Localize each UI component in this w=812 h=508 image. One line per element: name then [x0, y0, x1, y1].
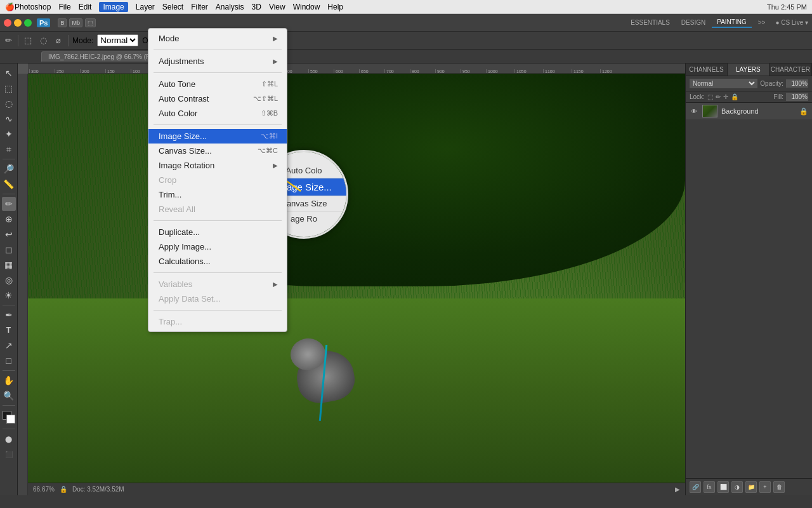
- menu-3d[interactable]: 3D: [252, 3, 261, 11]
- traffic-green[interactable]: [24, 19, 32, 27]
- blend-mode-select[interactable]: Normal: [690, 79, 757, 88]
- menu-trim[interactable]: Trim...: [148, 187, 287, 202]
- path-option: ⌀: [53, 35, 64, 46]
- dodge-tool[interactable]: ☀: [2, 288, 16, 302]
- layer-style-btn[interactable]: fx: [704, 481, 715, 493]
- path-select-tool[interactable]: ↗: [2, 338, 16, 352]
- menu-edit[interactable]: Edit: [79, 3, 92, 11]
- menu-calculations[interactable]: Calculations...: [148, 254, 287, 269]
- lasso-tool[interactable]: ∿: [2, 112, 16, 126]
- doc-tab-bar: IMG_7862.HEIC-2.jpeg @ 66.7% (RGB/8: [0, 50, 812, 64]
- menu-layer[interactable]: Layer: [136, 3, 155, 11]
- lock-move-icon[interactable]: ✛: [723, 93, 728, 100]
- menu-filter[interactable]: Filter: [191, 3, 208, 11]
- ruler-tick-250: 250: [55, 69, 80, 73]
- hand-tool[interactable]: ✋: [2, 373, 16, 387]
- background-color[interactable]: [6, 415, 15, 424]
- lock-row: Lock: ⬚ ✏ ✛ 🔒 Fill:: [686, 91, 812, 103]
- opacity-panel-input[interactable]: [786, 79, 808, 88]
- tab-character[interactable]: CHARACTER: [769, 64, 812, 76]
- traffic-red[interactable]: [4, 19, 11, 27]
- menu-select[interactable]: Select: [162, 3, 183, 11]
- left-toolbar: ↖ ⬚ ◌ ∿ ✦ ⌗ 🔎 📏 ✏ ⊕ ↩ ◻ ▦ ◎ ☀ ✒ T ↗ □ ✋ …: [0, 64, 18, 495]
- menu-analysis[interactable]: Analysis: [216, 3, 244, 11]
- menu-auto-color[interactable]: Auto Color ⇧⌘B: [148, 106, 287, 121]
- menu-adjustments[interactable]: Adjustments ▶: [148, 54, 287, 69]
- canvas-content[interactable]: Auto Colo Image Size... Canvas Size age …: [28, 74, 685, 483]
- menu-duplicate[interactable]: Duplicate...: [148, 225, 287, 239]
- zoom-tool[interactable]: 🔍: [2, 389, 16, 403]
- marquee-rect-tool[interactable]: ⬚: [2, 81, 16, 95]
- menu-section-adjustments: Adjustments ▶: [148, 51, 287, 71]
- menu-apply-image[interactable]: Apply Image...: [148, 239, 287, 254]
- ps-app-header: Ps B Mb ⬚ ESSENTIALS DESIGN PAINTING >> …: [0, 14, 812, 32]
- menu-canvas-size[interactable]: Canvas Size... ⌥⌘C: [148, 144, 287, 158]
- menu-view[interactable]: View: [269, 3, 285, 11]
- apple-menu[interactable]: 🍎: [5, 3, 15, 11]
- main-layout: ↖ ⬚ ◌ ∿ ✦ ⌗ 🔎 📏 ✏ ⊕ ↩ ◻ ▦ ◎ ☀ ✒ T ↗ □ ✋ …: [0, 64, 812, 495]
- shape-tool[interactable]: □: [2, 354, 16, 368]
- mask-btn[interactable]: ⬜: [717, 481, 729, 493]
- menu-window[interactable]: Window: [293, 3, 320, 11]
- quick-select-tool[interactable]: ✦: [2, 127, 16, 141]
- move-tool[interactable]: ↖: [2, 66, 16, 80]
- layer-visibility-icon[interactable]: 👁: [690, 107, 698, 116]
- delete-layer-btn[interactable]: 🗑: [773, 481, 785, 493]
- status-arrow[interactable]: ▶: [675, 486, 680, 493]
- tab-painting[interactable]: PAINTING: [712, 17, 751, 28]
- tab-design[interactable]: DESIGN: [676, 17, 710, 28]
- mini-icon-1: B: [58, 18, 67, 27]
- quick-mask-tool[interactable]: ⬤: [2, 432, 16, 446]
- tab-layers[interactable]: LAYERS: [728, 64, 769, 76]
- tab-more[interactable]: >>: [753, 17, 771, 28]
- menu-image-size-label: Image Size...: [159, 131, 207, 141]
- text-tool[interactable]: T: [2, 323, 16, 337]
- tab-essentials[interactable]: ESSENTIALS: [625, 17, 675, 28]
- link-layers-btn[interactable]: 🔗: [690, 481, 701, 493]
- menu-crop-label: Crop: [159, 175, 176, 185]
- canvas-area: 300 250 200 150 100 50 0 350 400 450 500…: [18, 64, 685, 495]
- lock-paint-icon[interactable]: ✏: [716, 93, 721, 100]
- group-btn[interactable]: 📁: [745, 481, 757, 493]
- clone-stamp-tool[interactable]: ⊕: [2, 212, 16, 226]
- menu-canvas-size-label: Canvas Size...: [159, 146, 212, 156]
- menu-image[interactable]: Image: [99, 2, 128, 12]
- menu-help[interactable]: Help: [327, 3, 343, 11]
- menu-photoshop[interactable]: Photoshop: [15, 3, 51, 11]
- new-layer-btn[interactable]: +: [759, 481, 771, 493]
- menu-mode[interactable]: Mode ▶: [148, 31, 287, 46]
- history-brush-tool[interactable]: ↩: [2, 227, 16, 241]
- blur-tool[interactable]: ◎: [2, 273, 16, 287]
- adjustment-btn[interactable]: ◑: [731, 481, 743, 493]
- lock-all-icon[interactable]: 🔒: [731, 93, 738, 100]
- traffic-yellow[interactable]: [14, 19, 22, 27]
- menu-auto-tone[interactable]: Auto Tone ⇧⌘L: [148, 77, 287, 91]
- menu-crop: Crop: [148, 173, 287, 187]
- fill-input[interactable]: [786, 93, 808, 101]
- pen-tool[interactable]: ✒: [2, 308, 16, 322]
- menu-reveal-all: Reveal All: [148, 202, 287, 217]
- lock-transparent-icon[interactable]: ⬚: [707, 93, 713, 100]
- marquee-ellipse-tool[interactable]: ◌: [2, 97, 16, 110]
- mini-icon-2: Mb: [69, 18, 82, 27]
- dog-area: [278, 294, 392, 421]
- menu-image-rotation[interactable]: Image Rotation ▶: [148, 158, 287, 173]
- menu-mode-label: Mode: [159, 34, 180, 43]
- ruler-tool[interactable]: 📏: [2, 177, 16, 191]
- ruler-vertical: [18, 74, 28, 495]
- tab-channels[interactable]: CHANNELS: [686, 64, 728, 76]
- brush-tool[interactable]: ✏: [2, 197, 16, 211]
- menu-auto-contrast[interactable]: Auto Contrast ⌥⇧⌘L: [148, 91, 287, 106]
- menu-image-size[interactable]: Image Size... ⌥⌘I: [148, 129, 287, 144]
- ps-mini-icons: B Mb ⬚: [58, 18, 96, 27]
- options-tool-icon: ✏: [3, 35, 14, 46]
- ruler-horizontal: 300 250 200 150 100 50 0 350 400 450 500…: [28, 64, 685, 74]
- screen-mode-tool[interactable]: ⬛: [2, 447, 16, 461]
- crop-tool[interactable]: ⌗: [2, 142, 16, 156]
- mode-select[interactable]: Normal: [97, 34, 138, 46]
- eraser-tool[interactable]: ◻: [2, 243, 16, 257]
- eyedropper-tool[interactable]: 🔎: [2, 162, 16, 176]
- layer-row-background[interactable]: 👁 Background 🔒: [686, 103, 812, 119]
- menu-file[interactable]: File: [58, 3, 70, 11]
- gradient-tool[interactable]: ▦: [2, 258, 16, 272]
